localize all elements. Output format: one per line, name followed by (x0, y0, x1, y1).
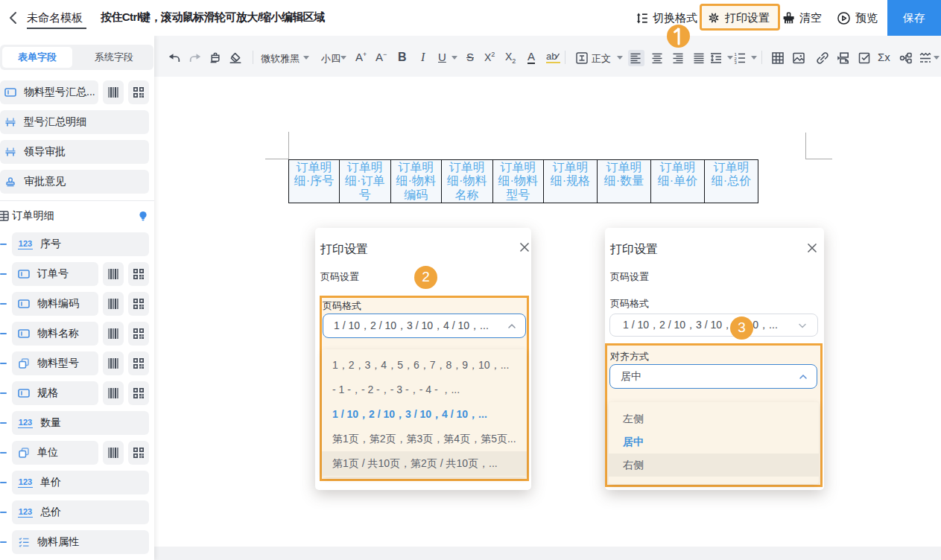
svg-text:3: 3 (735, 60, 738, 65)
